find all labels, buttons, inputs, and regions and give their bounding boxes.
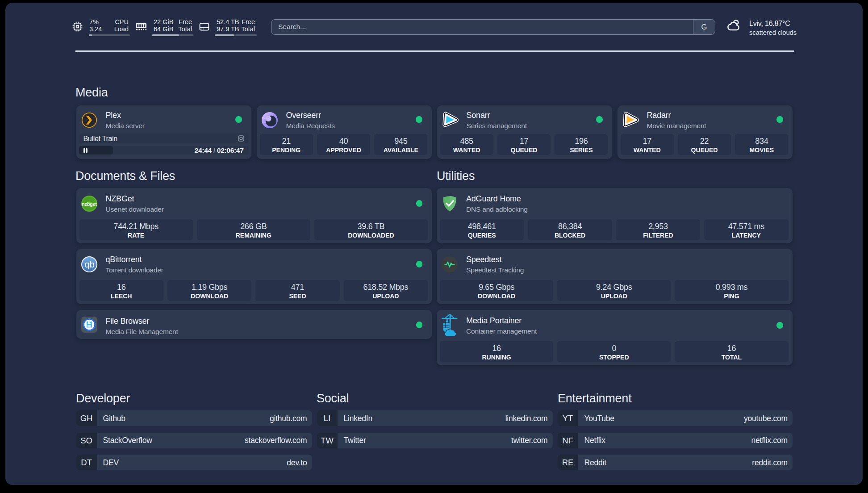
svg-text:nzbget: nzbget [82,201,97,207]
svg-text:qb: qb [84,259,94,269]
